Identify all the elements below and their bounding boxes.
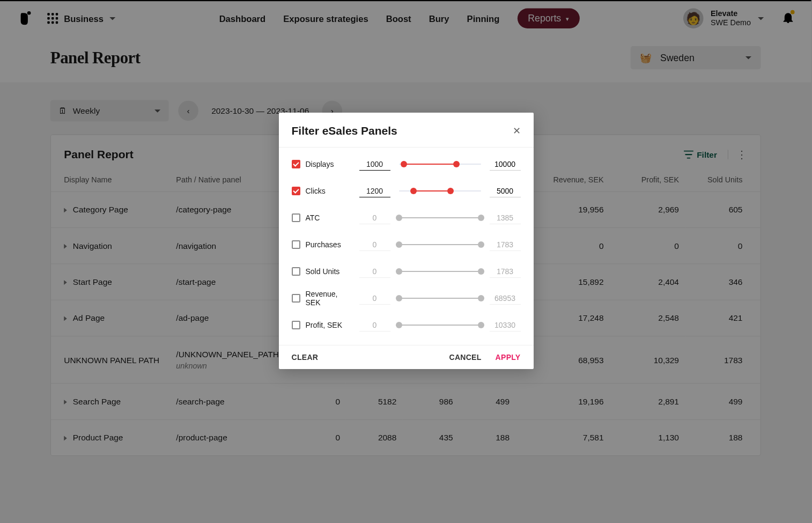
filter-checkbox[interactable] bbox=[292, 240, 300, 249]
modal-title: Filter eSales Panels bbox=[292, 124, 513, 137]
filter-max-input[interactable]: 10000 bbox=[490, 158, 521, 171]
filter-min-input[interactable]: 1000 bbox=[359, 158, 390, 171]
filter-row: ATC01385 bbox=[292, 204, 521, 231]
filter-modal: Filter eSales Panels ✕ Displays100010000… bbox=[279, 113, 534, 369]
filter-label: Purchases bbox=[306, 240, 354, 249]
filter-label: ATC bbox=[306, 213, 354, 222]
filter-max-input[interactable]: 1783 bbox=[490, 239, 521, 251]
filter-checkbox[interactable] bbox=[292, 267, 300, 276]
filter-max-input[interactable]: 1385 bbox=[490, 212, 521, 224]
filter-slider[interactable] bbox=[399, 293, 481, 304]
filter-min-input[interactable]: 1200 bbox=[359, 185, 390, 197]
modal-overlay: Filter eSales Panels ✕ Displays100010000… bbox=[0, 0, 812, 523]
filter-max-input[interactable]: 1783 bbox=[490, 266, 521, 278]
filter-row: Sold Units01783 bbox=[292, 258, 521, 285]
cancel-button[interactable]: CANCEL bbox=[449, 353, 481, 362]
filter-label: Profit, SEK bbox=[306, 321, 354, 329]
filter-checkbox[interactable] bbox=[292, 187, 300, 195]
filter-row: Displays100010000 bbox=[292, 151, 521, 178]
filter-min-input[interactable]: 0 bbox=[359, 266, 390, 278]
filter-slider[interactable] bbox=[399, 266, 481, 277]
filter-label: Revenue, SEK bbox=[306, 290, 354, 307]
close-icon[interactable]: ✕ bbox=[513, 125, 521, 137]
apply-button[interactable]: APPLY bbox=[496, 353, 521, 362]
filter-row: Purchases01783 bbox=[292, 231, 521, 258]
filter-checkbox[interactable] bbox=[292, 294, 300, 303]
filter-checkbox[interactable] bbox=[292, 213, 300, 222]
filter-slider[interactable] bbox=[399, 239, 481, 250]
filter-checkbox[interactable] bbox=[292, 160, 300, 168]
filter-max-input[interactable]: 10330 bbox=[490, 319, 521, 332]
filter-label: Displays bbox=[306, 160, 354, 168]
filter-row: Profit, SEK010330 bbox=[292, 312, 521, 338]
filter-label: Clicks bbox=[306, 187, 354, 195]
filter-slider[interactable] bbox=[399, 159, 481, 170]
filter-max-input[interactable]: 5000 bbox=[490, 185, 521, 197]
filter-min-input[interactable]: 0 bbox=[359, 239, 390, 251]
filter-min-input[interactable]: 0 bbox=[359, 212, 390, 224]
filter-max-input[interactable]: 68953 bbox=[490, 292, 521, 305]
filter-slider[interactable] bbox=[399, 320, 481, 330]
clear-button[interactable]: CLEAR bbox=[292, 353, 319, 362]
filter-row: Revenue, SEK068953 bbox=[292, 285, 521, 312]
filter-min-input[interactable]: 0 bbox=[359, 292, 390, 305]
filter-checkbox[interactable] bbox=[292, 321, 300, 329]
filter-label: Sold Units bbox=[306, 267, 354, 276]
filter-min-input[interactable]: 0 bbox=[359, 319, 390, 332]
filter-slider[interactable] bbox=[399, 186, 481, 196]
filter-slider[interactable] bbox=[399, 212, 481, 223]
filter-row: Clicks12005000 bbox=[292, 178, 521, 204]
